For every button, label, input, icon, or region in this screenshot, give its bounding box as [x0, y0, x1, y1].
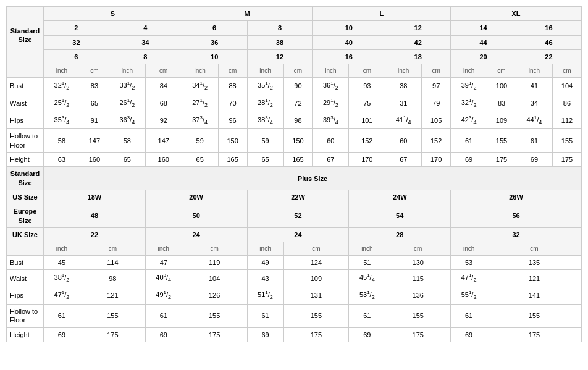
plus-hips-20w-inch: 491/2 [145, 287, 182, 305]
plus-height-22w-cm: 175 [284, 327, 349, 342]
htf-xl14-cm: 155 [487, 129, 516, 153]
plus-unit-header-row: inch cm inch cm inch cm inch cm inch cm [7, 242, 582, 256]
htf-xl14-inch: 61 [451, 129, 487, 153]
plus-us-label: US Size [7, 190, 44, 204]
plus-inch-5: inch [451, 242, 487, 256]
hollow-to-floor-label: Hollow to Floor [7, 129, 44, 153]
plus-inch-2: inch [145, 242, 182, 256]
empty-label-cell [7, 64, 44, 78]
us-16: 16 [516, 21, 581, 35]
uk-18: 18 [385, 49, 451, 64]
bust-l10-cm: 93 [349, 78, 385, 95]
uk-22: 22 [516, 49, 581, 64]
waist-m8-cm: 72 [284, 95, 313, 112]
plus-waist-label: Waist [7, 270, 44, 287]
hips-l10-cm: 101 [349, 112, 385, 129]
bust-s4-cm: 84 [145, 78, 182, 95]
plus-eu-54: 54 [349, 204, 451, 228]
plus-waist-26w-cm: 121 [487, 270, 582, 287]
eu-46: 46 [516, 35, 581, 49]
plus-bust-row: Bust 45 114 47 119 49 124 51 130 53 135 [7, 256, 582, 270]
plus-hips-18w-cm: 121 [80, 287, 145, 305]
htf-l12-cm: 152 [422, 129, 451, 153]
eu-44: 44 [451, 35, 516, 49]
height-xl16-cm: 175 [552, 153, 581, 167]
hips-s4-inch: 363/4 [109, 112, 145, 129]
plus-uk-24a: 24 [145, 227, 247, 242]
plus-inch-1: inch [44, 242, 80, 256]
waist-m6-cm: 70 [218, 95, 247, 112]
plus-us-22w: 22W [247, 190, 349, 204]
height-s2-inch: 63 [44, 153, 80, 167]
us-14: 14 [451, 21, 516, 35]
hips-m8-cm: 98 [284, 112, 313, 129]
plus-uk-32: 32 [451, 227, 582, 242]
bust-m8-cm: 90 [284, 78, 313, 95]
bust-xl14-inch: 391/2 [451, 78, 487, 95]
us-10: 10 [313, 21, 385, 35]
unit-inch-8: inch [516, 64, 552, 78]
height-m6-cm: 165 [218, 153, 247, 167]
plus-hips-26w-cm: 141 [487, 287, 582, 305]
hips-xl16-inch: 441/4 [516, 112, 552, 129]
bust-row: Bust 321/2 83 331/2 84 341/2 88 351/2 90… [7, 78, 582, 95]
unit-inch-6: inch [385, 64, 422, 78]
bust-s4-inch: 331/2 [109, 78, 145, 95]
plus-us-18w: 18W [44, 190, 146, 204]
plus-height-20w-inch: 69 [145, 327, 182, 342]
plus-waist-22w-inch: 43 [247, 270, 284, 287]
height-xl14-inch: 69 [451, 153, 487, 167]
waist-xl16-cm: 86 [552, 95, 581, 112]
waist-xl14-inch: 321/2 [451, 95, 487, 112]
waist-s2-cm: 65 [80, 95, 109, 112]
standard-size-label: Standard Size [7, 7, 44, 64]
waist-xl14-cm: 83 [487, 95, 516, 112]
plus-height-18w-cm: 175 [80, 327, 145, 342]
plus-hips-26w-inch: 551/2 [451, 287, 487, 305]
plus-htf-20w-inch: 61 [145, 304, 182, 327]
htf-m6-inch: 59 [182, 129, 218, 153]
plus-hips-24w-cm: 136 [385, 287, 451, 305]
plus-height-row: Height 69 175 69 175 69 175 69 175 69 17… [7, 327, 582, 342]
uk-10: 10 [182, 49, 247, 64]
bust-s2-cm: 83 [80, 78, 109, 95]
htf-s2-cm: 147 [80, 129, 109, 153]
us-4: 4 [109, 21, 182, 35]
plus-waist-18w-cm: 98 [80, 270, 145, 287]
m-size-label: M [182, 7, 313, 21]
waist-m8-inch: 281/2 [247, 95, 284, 112]
us-6: 6 [182, 21, 247, 35]
s-size-label: S [44, 7, 182, 21]
unit-cm-3: cm [218, 64, 247, 78]
hips-xl16-cm: 112 [552, 112, 581, 129]
plus-us-20w: 20W [145, 190, 247, 204]
standard-size-header-row: Standard Size S M L XL [7, 7, 582, 21]
hips-s4-cm: 92 [145, 112, 182, 129]
plus-hips-row: Hips 471/2 121 491/2 126 511/2 131 531/2… [7, 287, 582, 305]
plus-htf-22w-cm: 155 [284, 304, 349, 327]
eu-34: 34 [109, 35, 182, 49]
bust-label: Bust [7, 78, 44, 95]
unit-inch-4: inch [247, 64, 284, 78]
plus-uk-24b: 24 [247, 227, 349, 242]
eu-32: 32 [44, 35, 109, 49]
waist-s4-cm: 68 [145, 95, 182, 112]
htf-s2-inch: 58 [44, 129, 80, 153]
bust-xl16-cm: 104 [552, 78, 581, 95]
hips-s2-inch: 353/4 [44, 112, 80, 129]
hips-xl14-cm: 109 [487, 112, 516, 129]
waist-label: Waist [7, 95, 44, 112]
plus-cm-2: cm [182, 242, 247, 256]
height-xl16-inch: 69 [516, 153, 552, 167]
bust-l12-cm: 97 [422, 78, 451, 95]
height-l12-cm: 170 [422, 153, 451, 167]
hips-m6-inch: 373/4 [182, 112, 218, 129]
plus-hollow-to-floor-label: Hollow to Floor [7, 304, 44, 327]
plus-inch-4: inch [349, 242, 385, 256]
height-xl14-cm: 175 [487, 153, 516, 167]
bust-s2-inch: 321/2 [44, 78, 80, 95]
height-s4-cm: 160 [145, 153, 182, 167]
plus-hips-22w-inch: 511/2 [247, 287, 284, 305]
bust-m8-inch: 351/2 [247, 78, 284, 95]
bust-xl16-inch: 41 [516, 78, 552, 95]
